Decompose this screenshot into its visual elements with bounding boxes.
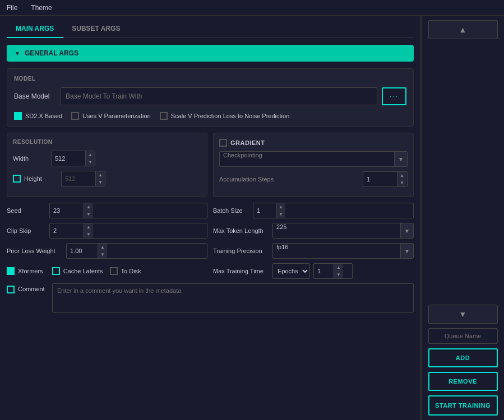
tabs: MAIN ARGS SUBSET ARGS: [7, 20, 414, 38]
epochs-spinner[interactable]: ▲ ▼: [313, 263, 353, 279]
epochs-arrows: ▲ ▼: [334, 264, 343, 278]
token-label: Max Token Length: [213, 227, 269, 234]
remove-button[interactable]: REMOVE: [428, 372, 498, 391]
base-model-input[interactable]: [61, 87, 377, 105]
prior-arrows: ▲ ▼: [98, 244, 107, 258]
resolution-card: RESOLUTION Width ▲ ▼ Height: [7, 133, 207, 197]
resolution-gradient-row: RESOLUTION Width ▲ ▼ Height: [7, 133, 414, 197]
width-input[interactable]: [52, 151, 85, 166]
menubar: File Theme: [0, 0, 504, 16]
clip-up-arrow[interactable]: ▲: [84, 223, 93, 231]
v-param-label: Uses V Parameterization: [82, 113, 151, 119]
comment-label: Comment: [18, 286, 49, 292]
checkpointing-row: Checkpointing ▼: [219, 151, 408, 167]
clip-input[interactable]: [50, 223, 84, 238]
seed-up-arrow[interactable]: ▲: [84, 203, 93, 211]
tab-subset-args[interactable]: SUBSET ARGS: [63, 20, 129, 38]
v-param-checkbox[interactable]: [71, 112, 79, 120]
v-param-checkbox-item[interactable]: Uses V Parameterization: [71, 112, 151, 120]
seed-down-arrow[interactable]: ▼: [84, 211, 93, 218]
tab-main-args[interactable]: MAIN ARGS: [7, 20, 63, 38]
cache-latents-checkbox[interactable]: [52, 267, 60, 275]
general-args-header[interactable]: ▼ GENERAL ARGS: [7, 45, 414, 62]
width-spinner[interactable]: ▲ ▼: [51, 151, 95, 166]
start-training-button[interactable]: START TRAINING: [428, 395, 498, 416]
gradient-card: GRADIENT Checkpointing ▼ Accumulation St…: [213, 133, 414, 197]
clip-label: Clip Skip: [7, 227, 46, 234]
seed-spinner[interactable]: ▲ ▼: [49, 203, 207, 218]
base-model-row: Base Model ···: [14, 87, 406, 105]
height-input[interactable]: [62, 171, 95, 186]
scale-v-checkbox-item[interactable]: Scale V Prediction Loss to Noise Predict…: [160, 112, 290, 120]
seed-field: Seed ▲ ▼: [7, 203, 207, 218]
token-select[interactable]: 225: [273, 223, 400, 238]
clip-spinner[interactable]: ▲ ▼: [49, 223, 207, 239]
epochs-up-arrow[interactable]: ▲: [334, 264, 343, 271]
prior-up-arrow[interactable]: ▲: [98, 244, 107, 251]
token-select-wrap[interactable]: 225 ▼: [272, 223, 414, 239]
prior-spinner[interactable]: ▲ ▼: [66, 243, 207, 259]
max-time-label: Max Training Time: [213, 268, 269, 274]
add-button[interactable]: ADD: [428, 348, 498, 367]
general-args-label: GENERAL ARGS: [25, 49, 78, 57]
accum-up-arrow[interactable]: ▲: [397, 172, 406, 179]
height-checkbox[interactable]: [13, 175, 21, 183]
width-up-arrow[interactable]: ▲: [86, 151, 95, 158]
checkpointing-select-wrap[interactable]: Checkpointing ▼: [219, 151, 408, 167]
token-field: Max Token Length 225 ▼: [213, 223, 414, 239]
menu-file[interactable]: File: [4, 3, 20, 13]
height-spinner[interactable]: ▲ ▼: [61, 171, 105, 186]
collapse-up-button[interactable]: ▲: [428, 20, 498, 39]
checkpointing-arrow-icon[interactable]: ▼: [394, 152, 407, 166]
precision-field: Training Precision fp16 ▼: [213, 243, 414, 259]
chevron-down-icon: ▼: [15, 50, 20, 57]
seed-arrows: ▲ ▼: [84, 203, 93, 218]
queue-name-input[interactable]: [428, 328, 498, 344]
accum-input[interactable]: [363, 172, 397, 186]
comment-textarea[interactable]: [52, 283, 414, 312]
gradient-checkbox[interactable]: [219, 139, 227, 147]
precision-arrow-icon[interactable]: ▼: [400, 244, 413, 258]
sd2x-checkbox-item[interactable]: SD2.X Based: [14, 112, 62, 120]
token-arrow-icon[interactable]: ▼: [400, 223, 413, 238]
epochs-input[interactable]: [314, 264, 334, 278]
browse-button[interactable]: ···: [382, 87, 406, 105]
epochs-down-arrow[interactable]: ▼: [334, 271, 343, 278]
left-panel: MAIN ARGS SUBSET ARGS ▼ GENERAL ARGS MOD…: [0, 16, 421, 420]
precision-select-wrap[interactable]: fp16 ▼: [272, 243, 414, 259]
batch-field: Batch Size ▲ ▼: [213, 203, 414, 218]
precision-select[interactable]: fp16: [273, 244, 400, 258]
seed-label: Seed: [7, 207, 46, 214]
menu-theme[interactable]: Theme: [29, 3, 54, 13]
clip-down-arrow[interactable]: ▼: [84, 231, 93, 238]
right-panel: ▲ ▼ ADD REMOVE START TRAINING: [421, 16, 504, 420]
accum-spinner[interactable]: ▲ ▼: [363, 171, 408, 187]
prior-down-arrow[interactable]: ▼: [98, 251, 107, 258]
batch-down-arrow[interactable]: ▼: [276, 211, 285, 218]
seed-input[interactable]: [50, 203, 84, 218]
comment-checkbox[interactable]: [7, 286, 15, 293]
batch-up-arrow[interactable]: ▲: [276, 203, 285, 211]
accum-label: Accumulation Steps: [219, 176, 359, 183]
clip-field: Clip Skip ▲ ▼: [7, 223, 207, 239]
xformers-checkbox[interactable]: [7, 267, 15, 275]
prior-input[interactable]: [67, 244, 98, 258]
epochs-select[interactable]: Epochs Steps: [272, 263, 310, 279]
width-down-arrow[interactable]: ▼: [86, 158, 95, 166]
batch-spinner[interactable]: ▲ ▼: [253, 203, 414, 218]
accum-down-arrow[interactable]: ▼: [397, 179, 406, 186]
height-down-arrow[interactable]: ▼: [96, 179, 105, 186]
scale-v-checkbox[interactable]: [160, 112, 168, 120]
to-disk-checkbox[interactable]: [110, 267, 118, 275]
width-row: Width ▲ ▼: [13, 151, 201, 166]
sd2x-checkbox[interactable]: [14, 112, 22, 120]
width-arrows: ▲ ▼: [85, 151, 95, 166]
height-up-arrow[interactable]: ▲: [96, 171, 105, 179]
checkpointing-select[interactable]: Checkpointing: [220, 152, 394, 166]
seed-batch-row: Seed ▲ ▼ Batch Size ▲ ▼: [7, 203, 414, 218]
collapse-down-button[interactable]: ▼: [428, 305, 498, 324]
height-row: Height ▲ ▼: [13, 171, 201, 186]
batch-input[interactable]: [253, 203, 276, 218]
resolution-label: RESOLUTION: [13, 139, 201, 145]
cache-latents-label: Cache Latents: [63, 268, 103, 274]
